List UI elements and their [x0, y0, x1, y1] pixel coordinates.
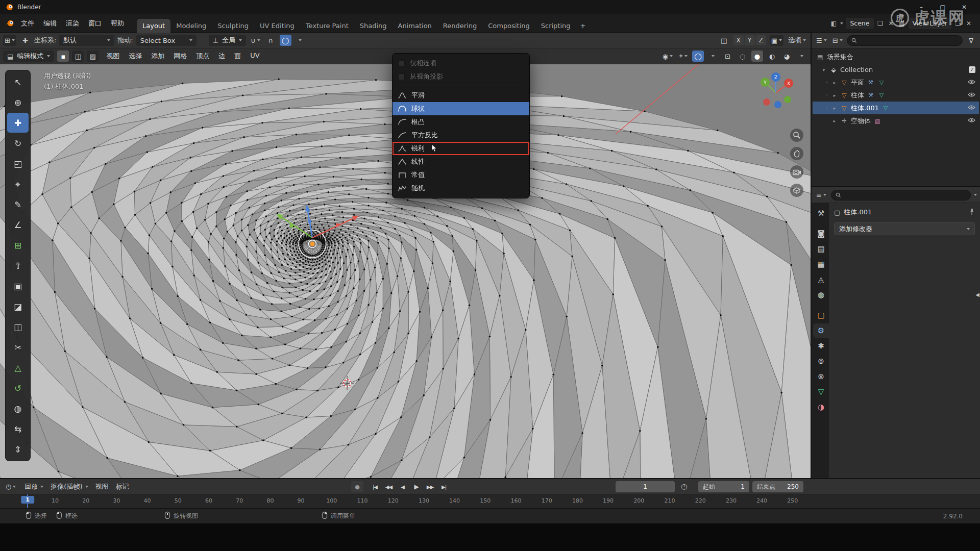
properties-tab-render[interactable]: ◙: [813, 227, 829, 241]
falloff-item-7[interactable]: 随机: [393, 182, 529, 195]
outliner-object-row[interactable]: ·▸▽平面⚒▽: [813, 76, 979, 89]
timeline-ruler[interactable]: 1 10203040506070809010011012013014015016…: [0, 494, 980, 508]
jump-to-start-button[interactable]: |◀: [369, 481, 381, 492]
axis-y-negative-ball[interactable]: [784, 96, 791, 103]
jump-to-prev-keyframe-button[interactable]: ◀◀: [382, 481, 395, 492]
workspace-tab-animation[interactable]: Animation: [393, 19, 437, 33]
topbar-menu-0[interactable]: 文件: [16, 17, 39, 30]
workspace-tab-modeling[interactable]: Modeling: [170, 19, 212, 33]
topbar-menu-1[interactable]: 编辑: [39, 17, 61, 30]
select-box-tool[interactable]: ↖: [7, 72, 29, 92]
snap-toggle[interactable]: ∪: [249, 35, 262, 46]
falloff-item-6[interactable]: 常值: [393, 168, 529, 182]
smooth-tool[interactable]: ◍: [7, 398, 29, 418]
falloff-item-1[interactable]: 球状: [393, 102, 529, 115]
falloff-toggle-1[interactable]: 从视角投影: [393, 70, 529, 83]
shading-wireframe-button[interactable]: ◌: [737, 51, 748, 62]
proportional-editing-toggle[interactable]: ◯: [280, 35, 291, 46]
bevel-tool[interactable]: ◪: [7, 296, 29, 316]
annotate-tool[interactable]: ✎: [7, 194, 29, 214]
auto-keying-toggle[interactable]: ●: [351, 481, 363, 492]
viewport-menu-5[interactable]: 边: [214, 49, 230, 63]
pin-icon[interactable]: [969, 208, 975, 217]
frame-end-field[interactable]: 结束点 250: [752, 481, 803, 492]
current-frame-marker[interactable]: 1: [21, 496, 34, 504]
expand-icon[interactable]: ▸: [831, 93, 838, 98]
hide-in-viewport-eye-icon[interactable]: [968, 117, 975, 124]
blender-menu-icon[interactable]: [4, 18, 15, 29]
falloff-toggle-0[interactable]: 仅相连项: [393, 57, 529, 70]
properties-editor-type-button[interactable]: ≡: [815, 189, 828, 201]
properties-tab-particles[interactable]: ✱: [813, 339, 829, 353]
falloff-item-3[interactable]: 平方反比: [393, 129, 529, 142]
camera-view-button[interactable]: [790, 165, 803, 179]
timeline-menu-3[interactable]: 标记: [113, 481, 132, 493]
properties-tab-view-layer[interactable]: ▦: [813, 257, 829, 271]
remove-view-layer-icon[interactable]: ✕: [965, 19, 973, 28]
outliner-display-mode-button[interactable]: ⊟: [831, 35, 844, 46]
hide-in-viewport-eye-icon[interactable]: [968, 104, 975, 112]
snap-options-button[interactable]: ▣: [770, 35, 783, 46]
collection-checkbox[interactable]: ✓: [969, 66, 975, 73]
viewport-menu-4[interactable]: 顶点: [191, 49, 214, 63]
outliner-object-row[interactable]: ·▸▽柱体⚒▽: [813, 89, 979, 102]
properties-search-input[interactable]: [831, 190, 971, 201]
scale-tool[interactable]: ◰: [7, 154, 29, 173]
viewport-menu-1[interactable]: 选择: [124, 49, 146, 63]
collapse-icon[interactable]: ▾: [821, 67, 827, 72]
outliner-object-row[interactable]: ·▸▽柱体.001▽: [813, 102, 979, 114]
viewport-menu-7[interactable]: UV: [246, 49, 264, 63]
falloff-item-4[interactable]: 锐利: [393, 142, 529, 155]
overlays-dropdown[interactable]: [707, 51, 719, 62]
toggle-ortho-button[interactable]: [790, 184, 803, 197]
play-reverse-button[interactable]: ◀: [396, 481, 409, 492]
falloff-item-5[interactable]: 线性: [393, 155, 529, 168]
visibility-dropdown[interactable]: ◉: [661, 51, 674, 62]
workspace-tab-scripting[interactable]: Scripting: [535, 19, 576, 33]
timeline-editor-type-button[interactable]: ◷: [4, 481, 17, 492]
properties-tab-object-data[interactable]: ▽: [813, 385, 829, 399]
new-view-layer-icon[interactable]: ❏: [954, 19, 962, 28]
viewport-menu-0[interactable]: 视图: [102, 49, 124, 63]
properties-tab-output[interactable]: ▤: [813, 242, 829, 256]
properties-tab-modifiers[interactable]: ⚙: [813, 323, 829, 338]
add-workspace-tab[interactable]: +: [576, 19, 590, 33]
poly-build-tool[interactable]: △: [7, 358, 29, 378]
extrude-region-tool[interactable]: ⇧: [7, 256, 29, 276]
options-dropdown[interactable]: 选项: [787, 35, 807, 46]
axis-z-negative-ball[interactable]: [774, 101, 781, 108]
proportional-falloff-dropdown[interactable]: [295, 35, 306, 46]
overlays-toggle[interactable]: ◯: [692, 51, 704, 62]
properties-tab-scene[interactable]: ◬: [813, 272, 829, 287]
outliner-scene-collection-row[interactable]: ▤ 场景集合: [813, 51, 979, 63]
properties-tab-physics[interactable]: ⊚: [813, 354, 829, 368]
vertex-select-button[interactable]: ▪: [57, 51, 69, 62]
expand-icon[interactable]: ▸: [831, 106, 838, 111]
gizmos-dropdown[interactable]: ⌖: [677, 51, 689, 62]
proportional-falloff-icon-button[interactable]: ∩: [265, 35, 277, 46]
timeline-menu-2[interactable]: 视图: [93, 481, 111, 493]
viewport-menu-2[interactable]: 添加: [146, 49, 169, 63]
loop-cut-tool[interactable]: ◫: [7, 317, 29, 337]
browse-scene-icon[interactable]: ◧: [829, 19, 838, 28]
play-button[interactable]: ▶: [410, 481, 423, 492]
delete-scene-icon[interactable]: ✕: [887, 19, 895, 28]
topbar-menu-2[interactable]: 渲染: [61, 17, 84, 30]
hide-in-viewport-eye-icon[interactable]: [968, 91, 975, 99]
add-cube-tool[interactable]: ⊞: [7, 235, 29, 255]
outliner-object-row[interactable]: ▸✛空物体▧: [813, 114, 979, 127]
expand-panel-arrow[interactable]: ◀: [975, 292, 979, 297]
orientation-dropdown[interactable]: 默认: [59, 35, 114, 46]
timeline-menu-1[interactable]: 抠像(插帧): [48, 481, 90, 493]
hide-in-viewport-eye-icon[interactable]: [968, 79, 975, 86]
mirror-axis-x[interactable]: X: [733, 35, 744, 45]
drag-mode-dropdown[interactable]: Select Box: [136, 35, 197, 46]
workspace-tab-compositing[interactable]: Compositing: [482, 19, 535, 33]
close-button[interactable]: ✕: [953, 1, 975, 14]
workspace-tab-uv-editing[interactable]: UV Editing: [254, 19, 300, 33]
face-select-button[interactable]: ▨: [87, 51, 99, 62]
mirror-axis-z[interactable]: Z: [756, 35, 766, 45]
mirror-axis-y[interactable]: Y: [745, 35, 755, 45]
filter-button[interactable]: ∇: [965, 35, 977, 46]
current-frame-field[interactable]: 1: [616, 481, 675, 492]
